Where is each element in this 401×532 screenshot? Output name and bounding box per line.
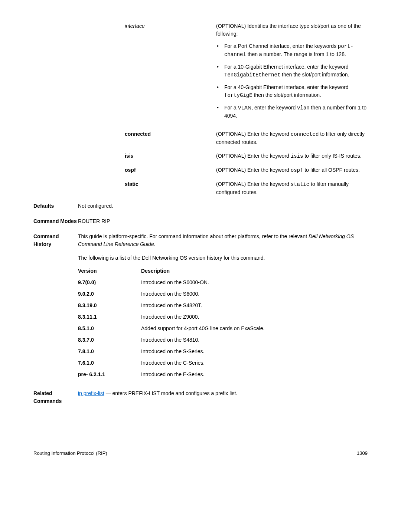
description-cell: Introduced on the E-Series. (141, 371, 368, 378)
param-label: interface (125, 22, 216, 124)
param-text-pre: (OPTIONAL) Enter the keyword (216, 167, 291, 173)
defaults-section: Defaults Not configured. (33, 202, 368, 210)
version-header-row: Version Description (78, 267, 368, 275)
description-cell: Introduced on the S4810. (141, 336, 368, 344)
command-history-section: Command History This guide is platform-s… (33, 233, 368, 382)
prefix-list-link[interactable]: ip prefix-list (78, 390, 104, 396)
footer-page-number: 1309 (357, 450, 368, 457)
version-row: 8.3.7.0 Introduced on the S4810. (78, 336, 368, 344)
version-cell: 9.0.2.0 (78, 290, 141, 298)
param-content: (OPTIONAL) Enter the keyword ospf to fil… (216, 166, 368, 174)
param-label: connected (125, 130, 216, 146)
bullet-code: TenGigabitEthernet (224, 72, 280, 78)
param-code: connected (291, 131, 319, 137)
description-cell: Introduced on the S6000. (141, 290, 368, 298)
param-text-pre: (OPTIONAL) Enter the keyword (216, 153, 291, 159)
command-history-para2: The following is a list of the Dell Netw… (78, 254, 368, 262)
param-text-pre: (OPTIONAL) Enter the keyword (216, 131, 291, 137)
param-description: (OPTIONAL) Identifies the interface type… (216, 22, 368, 38)
version-header: Version (78, 267, 141, 275)
section-label: Related Commands (33, 390, 78, 405)
version-cell: 8.3.7.0 (78, 336, 141, 344)
bullet-item: For a 40-Gigabit Ethernet interface, ent… (216, 83, 368, 99)
command-modes-section: Command Modes ROUTER RIP (33, 217, 368, 225)
param-label: ospf (125, 166, 216, 174)
version-cell: 7.6.1.0 (78, 359, 141, 367)
section-label: Command Modes (33, 217, 78, 225)
version-row: 7.8.1.0 Introduced on the S-Series. (78, 348, 368, 355)
bullet-text-pre: For a 40-Gigabit Ethernet interface, ent… (224, 84, 349, 90)
param-text-post: to filter only IS-IS routes. (303, 153, 361, 159)
bullet-text-pre: For a VLAN, enter the keyword (224, 105, 297, 111)
parameters-table: interface (OPTIONAL) Identifies the inte… (125, 22, 368, 196)
para-text-post: . (154, 241, 156, 247)
param-row-isis: isis (OPTIONAL) Enter the keyword isis t… (125, 152, 368, 160)
version-cell: 8.5.1.0 (78, 325, 141, 332)
param-content: (OPTIONAL) Identifies the interface type… (216, 22, 368, 124)
section-content: Not configured. (78, 202, 368, 210)
bullet-item: For a VLAN, enter the keyword vlan then … (216, 104, 368, 120)
para-text-pre: This guide is platform-specific. For com… (78, 233, 309, 239)
param-row-interface: interface (OPTIONAL) Identifies the inte… (125, 22, 368, 124)
version-row: 9.7(0.0) Introduced on the S6000-ON. (78, 279, 368, 286)
param-content: (OPTIONAL) Enter the keyword isis to fil… (216, 152, 368, 160)
bullet-text-post: then a number. The range is from 1 to 12… (246, 51, 346, 57)
bullet-code: fortyGigE (224, 92, 252, 98)
version-cell: 8.3.11.1 (78, 313, 141, 321)
related-commands-section: Related Commands ip prefix-list — enters… (33, 390, 368, 405)
bullet-code: vlan (297, 105, 310, 111)
version-cell: 7.8.1.0 (78, 348, 141, 355)
version-row: 9.0.2.0 Introduced on the S6000. (78, 290, 368, 298)
param-code: ospf (291, 167, 303, 173)
description-cell: Introduced on the C-Series. (141, 359, 368, 367)
param-text-post: to filter all OSPF routes. (303, 167, 360, 173)
param-row-ospf: ospf (OPTIONAL) Enter the keyword ospf t… (125, 166, 368, 174)
description-cell: Introduced on the S-Series. (141, 348, 368, 355)
command-history-para1: This guide is platform-specific. For com… (78, 233, 368, 248)
interface-bullet-list: For a Port Channel interface, enter the … (216, 42, 368, 120)
version-row: 8.3.19.0 Introduced on the S4820T. (78, 302, 368, 309)
section-content: ip prefix-list — enters PREFIX-LIST mode… (78, 390, 368, 405)
bullet-text-post: then the slot/port information. (252, 92, 321, 98)
param-code: isis (291, 153, 303, 159)
bullet-text-post: then the slot/port information. (280, 72, 349, 78)
param-row-static: static (OPTIONAL) Enter the keyword stat… (125, 180, 368, 196)
bullet-text-pre: For a Port Channel interface, enter the … (224, 43, 338, 49)
description-cell: Introduced on the Z9000. (141, 313, 368, 321)
version-cell: pre- 6.2.1.1 (78, 371, 141, 378)
version-cell: 8.3.19.0 (78, 302, 141, 309)
page-footer: Routing Information Protocol (RIP) 1309 (33, 450, 368, 457)
version-row: 8.5.1.0 Added support for 4-port 40G lin… (78, 325, 368, 332)
version-row: pre- 6.2.1.1 Introduced on the E-Series. (78, 371, 368, 378)
param-text-pre: (OPTIONAL) Enter the keyword (216, 181, 291, 187)
description-cell: Added support for 4-port 40G line cards … (141, 325, 368, 332)
section-label: Defaults (33, 202, 78, 210)
version-history-table: Version Description 9.7(0.0) Introduced … (78, 267, 368, 378)
version-row: 8.3.11.1 Introduced on the Z9000. (78, 313, 368, 321)
param-code: static (291, 181, 309, 187)
param-content: (OPTIONAL) Enter the keyword connected t… (216, 130, 368, 146)
version-cell: 9.7(0.0) (78, 279, 141, 286)
section-label: Command History (33, 233, 78, 382)
description-header: Description (141, 267, 368, 275)
version-row: 7.6.1.0 Introduced on the C-Series. (78, 359, 368, 367)
description-cell: Introduced on the S4820T. (141, 302, 368, 309)
bullet-item: For a 10-Gigabit Ethernet interface, ent… (216, 63, 368, 79)
section-content: ROUTER RIP (78, 217, 368, 225)
param-row-connected: connected (OPTIONAL) Enter the keyword c… (125, 130, 368, 146)
footer-left: Routing Information Protocol (RIP) (33, 450, 107, 457)
param-content: (OPTIONAL) Enter the keyword static to f… (216, 180, 368, 196)
param-label: static (125, 180, 216, 196)
description-cell: Introduced on the S6000-ON. (141, 279, 368, 286)
related-text-post: — enters PREFIX-LIST mode and configures… (104, 390, 237, 396)
param-label: isis (125, 152, 216, 160)
section-content: This guide is platform-specific. For com… (78, 233, 368, 382)
bullet-text-pre: For a 10-Gigabit Ethernet interface, ent… (224, 64, 349, 70)
bullet-item: For a Port Channel interface, enter the … (216, 42, 368, 59)
